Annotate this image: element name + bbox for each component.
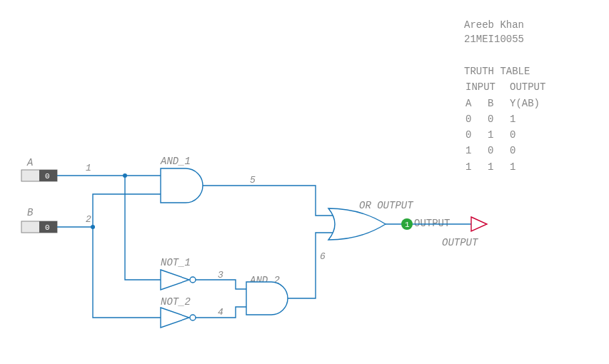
and2-gate-icon — [246, 282, 288, 315]
wire-6 — [288, 233, 334, 298]
output-value: 1 — [405, 221, 410, 229]
svg-text:0: 0 — [45, 223, 50, 232]
or-gate-icon — [328, 208, 386, 240]
wire-4 — [196, 307, 246, 318]
wire-5 — [203, 186, 334, 216]
not2-gate-icon — [161, 308, 196, 328]
wire-3 — [196, 280, 246, 289]
wire-b-to-not2 — [93, 227, 161, 318]
svg-point-6 — [190, 277, 196, 283]
wire-a-to-not1 — [125, 176, 161, 280]
input-a-switch[interactable]: 0 — [21, 170, 57, 181]
circuit-canvas: 0 0 1 — [0, 0, 609, 364]
wire-b-to-and1 — [93, 194, 161, 227]
svg-text:0: 0 — [45, 172, 50, 181]
input-b-switch[interactable]: 0 — [21, 221, 57, 233]
output-terminal-icon — [471, 217, 487, 231]
and1-gate-icon — [161, 168, 203, 203]
svg-point-7 — [190, 315, 196, 320]
not1-gate-icon — [161, 270, 196, 290]
